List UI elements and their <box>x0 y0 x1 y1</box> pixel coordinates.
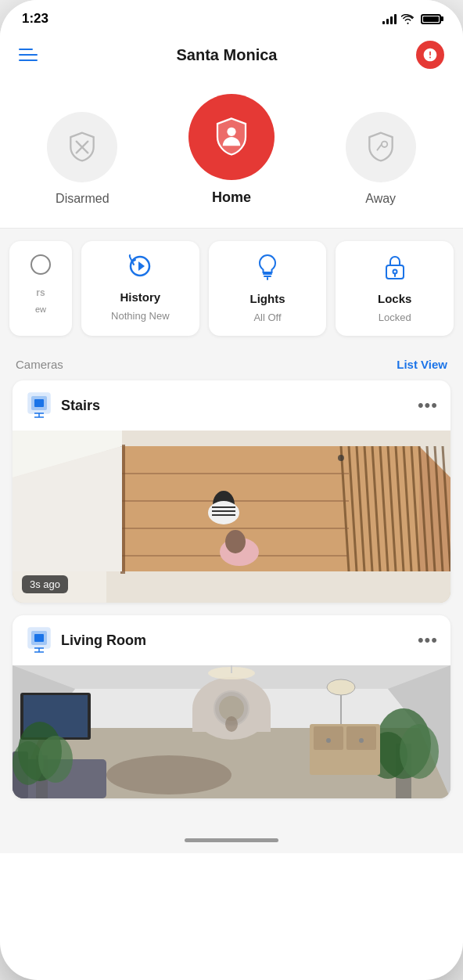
camera-device-icon <box>25 391 53 420</box>
list-view-button[interactable]: List View <box>397 358 447 371</box>
alert-button[interactable] <box>416 41 444 69</box>
locks-sublabel: Locked <box>379 312 411 323</box>
action-card-locks[interactable]: Locks Locked <box>336 241 454 336</box>
svg-point-82 <box>359 738 364 743</box>
location-title: Santa Monica <box>177 46 278 64</box>
history-sublabel: Nothing New <box>111 310 169 322</box>
locks-icon <box>384 254 406 286</box>
lights-sublabel: All Off <box>253 312 281 323</box>
camera-device-icon-living <box>25 626 53 654</box>
svg-point-48 <box>225 530 246 553</box>
camera-more-button-living-room[interactable]: ••• <box>418 630 438 650</box>
camera-more-button-stairs[interactable]: ••• <box>418 395 438 416</box>
camera-card-living-room[interactable]: Living Room ••• <box>13 615 450 798</box>
mode-away-circle <box>346 112 416 182</box>
camera-name-row-stairs: Stairs <box>25 391 100 420</box>
partial-icon <box>30 254 52 281</box>
status-icons <box>382 13 441 24</box>
history-icon <box>127 254 153 284</box>
mode-home-circle <box>188 94 275 180</box>
mode-away-label: Away <box>365 192 396 206</box>
camera-name-living-room: Living Room <box>61 632 146 649</box>
svg-point-81 <box>326 738 331 743</box>
camera-card-header-stairs: Stairs ••• <box>13 380 450 431</box>
camera-name-stairs: Stairs <box>61 398 100 414</box>
battery-icon <box>421 14 441 24</box>
camera-thumbnail-living-room[interactable] <box>13 665 450 798</box>
signal-icon <box>382 13 397 24</box>
mode-disarmed[interactable]: Disarmed <box>16 112 149 206</box>
home-indicator <box>185 838 278 842</box>
lights-label: Lights <box>250 292 285 305</box>
camera-card-stairs[interactable]: Stairs ••• <box>13 380 450 603</box>
app-header: Santa Monica <box>0 33 463 81</box>
camera-name-row-living-room: Living Room <box>25 626 146 654</box>
status-bar: 1:23 <box>0 0 463 33</box>
svg-point-85 <box>225 716 238 732</box>
partial-sublabel: ew <box>35 304 46 314</box>
cameras-header: Cameras List View <box>13 348 450 380</box>
svg-point-69 <box>106 755 232 794</box>
svg-point-3 <box>382 142 387 147</box>
action-card-lights[interactable]: Lights All Off <box>209 241 327 336</box>
camera-timestamp-stairs: 3s ago <box>22 575 68 593</box>
cameras-section: Cameras List View <box>0 348 463 827</box>
mode-disarmed-label: Disarmed <box>56 192 109 206</box>
bottom-nav <box>0 827 463 853</box>
action-card-history[interactable]: History Nothing New <box>81 241 199 336</box>
svg-point-73 <box>400 724 439 779</box>
mode-home-label: Home <box>212 189 251 206</box>
svg-point-2 <box>227 128 235 136</box>
history-label: History <box>120 290 160 304</box>
lights-icon <box>256 254 279 286</box>
svg-point-77 <box>38 736 73 783</box>
menu-button[interactable] <box>19 49 38 61</box>
svg-marker-6 <box>138 261 145 271</box>
action-card-partial[interactable]: rs ew <box>9 241 72 336</box>
cameras-section-title: Cameras <box>16 358 63 371</box>
camera-thumbnail-stairs[interactable]: 3s ago <box>13 431 450 603</box>
svg-point-43 <box>208 501 239 524</box>
svg-point-49 <box>338 455 344 461</box>
svg-rect-13 <box>34 399 44 407</box>
svg-point-4 <box>31 255 50 274</box>
partial-label: rs <box>36 287 45 298</box>
wifi-icon <box>401 14 415 24</box>
mode-away[interactable]: Away <box>314 112 447 206</box>
svg-rect-52 <box>34 634 44 642</box>
security-modes: Disarmed Home A <box>0 81 463 228</box>
quick-actions: rs ew History Nothing New <box>0 229 463 348</box>
status-time: 1:23 <box>22 11 48 27</box>
mode-home[interactable]: Home <box>165 94 299 206</box>
locks-label: Locks <box>378 292 411 305</box>
svg-point-84 <box>327 679 355 695</box>
camera-card-header-living-room: Living Room ••• <box>13 615 450 665</box>
mode-disarmed-circle <box>47 112 117 182</box>
